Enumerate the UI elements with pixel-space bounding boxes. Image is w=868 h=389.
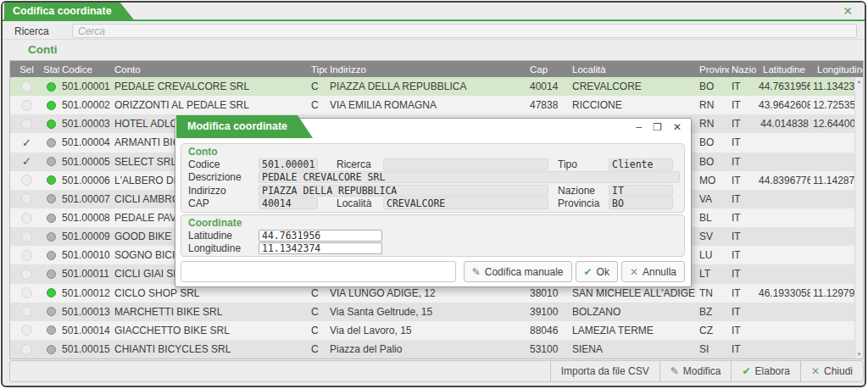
cell-provincia: MO	[697, 175, 729, 186]
search-label: Ricerca	[3, 25, 72, 37]
chiudi-button[interactable]: ✕ Chiudi	[800, 361, 863, 381]
column-header-provincia[interactable]: Provincia	[697, 64, 729, 75]
row-select-radio[interactable]	[21, 287, 32, 298]
cell-indirizzo: PIAZZA DELLA REPUBBLICA	[327, 81, 527, 92]
cell-localita: SAN MICHELE ALL'ADIGE	[570, 287, 697, 299]
column-header-stat[interactable]: Stat	[41, 64, 59, 75]
check-icon: ✔	[742, 365, 750, 377]
status-dot-gray	[47, 270, 56, 279]
row-select-radio[interactable]	[21, 213, 32, 224]
elabora-button[interactable]: ✔ Elabora	[731, 361, 799, 381]
row-select-radio[interactable]	[21, 344, 32, 355]
cell-codice: 501.00014	[59, 325, 112, 336]
section-title: Conti	[28, 43, 58, 56]
cell-nazione: IT	[729, 287, 756, 299]
codice-field: 501.00001	[259, 158, 318, 170]
dialog-close-icon[interactable]: ✕	[673, 122, 682, 132]
column-header-longitudine[interactable]: Longitudine	[810, 64, 863, 75]
row-select-radio[interactable]	[21, 100, 32, 111]
cell-provincia: RN	[697, 99, 729, 111]
column-header-indirizzo[interactable]: Indirizzo	[327, 64, 527, 75]
titlebar: Codifica coordinate ✕	[3, 3, 865, 21]
column-header-latitudine[interactable]: Latitudine	[756, 64, 810, 75]
annulla-button[interactable]: ✕ Annulla	[621, 261, 685, 282]
close-icon[interactable]: ✕	[843, 4, 853, 18]
row-select-radio[interactable]	[21, 193, 32, 204]
selected-check-icon[interactable]: ✓	[22, 137, 31, 148]
ricerca-field[interactable]	[383, 158, 548, 170]
selected-check-icon[interactable]: ✓	[22, 156, 31, 167]
cell-nazione: IT	[729, 136, 756, 148]
table-row[interactable]: 501.00014GIACCHETTO BIKE SRLCVia del Lav…	[10, 321, 856, 340]
cell-nazione: IT	[729, 175, 756, 186]
modifica-button[interactable]: ✎ Modifica	[659, 361, 732, 381]
row-select-radio[interactable]	[21, 231, 32, 242]
cell-codice: 501.00011	[59, 268, 112, 280]
cell-indirizzo: VIA LUNGO ADIGE, 12	[327, 287, 527, 299]
row-select-radio[interactable]	[21, 269, 32, 280]
row-select-radio[interactable]	[21, 119, 32, 130]
table-scrollbar[interactable]: ▲ ▼	[854, 77, 863, 358]
cell-provincia: LT	[697, 268, 729, 280]
table-row[interactable]: 501.00002ORIZZONTI AL PEDALE SRLCVIA EMI…	[10, 96, 856, 114]
column-header-cap[interactable]: Cap	[527, 64, 570, 75]
status-dot-gray	[47, 307, 56, 316]
search-input[interactable]	[72, 24, 857, 38]
cell-codice: 501.00009	[59, 231, 112, 242]
column-header-codice[interactable]: Codice	[59, 64, 112, 75]
table-row[interactable]: 501.00013MARCHETTI BIKE SRLCVia Santa Ge…	[10, 303, 856, 321]
cell-codice: 501.00012	[59, 287, 112, 299]
cap-field: 40014	[259, 197, 318, 209]
cell-latitudine: 43.9642608	[756, 99, 810, 111]
coordinate-legend: Coordinate	[188, 217, 677, 229]
cell-nazione: IT	[729, 231, 756, 242]
latitudine-input[interactable]: 44.7631956	[259, 230, 382, 242]
cell-tipo: C	[309, 306, 327, 318]
ok-button[interactable]: ✔ Ok	[576, 261, 618, 282]
status-dot-green	[47, 119, 56, 129]
cell-cap: 53100	[527, 343, 570, 355]
tipo-field: Cliente	[609, 158, 673, 170]
cell-nazione: IT	[729, 306, 756, 318]
column-header-conto[interactable]: Conto	[112, 64, 309, 75]
nazione-field: IT	[609, 185, 673, 197]
row-select-radio[interactable]	[21, 325, 32, 336]
column-header-sel[interactable]: Sel	[10, 64, 41, 75]
codifica-coordinate-window: Codifica coordinate ✕ Ricerca Conti Sel …	[1, 1, 866, 387]
cell-nazione: IT	[729, 156, 756, 168]
column-header-nazione[interactable]: Nazione	[729, 64, 756, 75]
maximize-icon[interactable]: ❒	[653, 122, 662, 132]
cell-nazione: IT	[729, 118, 756, 130]
annulla-label: Annulla	[643, 266, 676, 278]
row-select-radio[interactable]	[21, 306, 32, 317]
cell-longitudine: 11.1297927	[810, 287, 856, 299]
scroll-up-icon[interactable]: ▲	[855, 79, 863, 84]
cell-nazione: IT	[729, 193, 756, 205]
importa-csv-button[interactable]: Importa da file CSV	[550, 361, 659, 381]
nazione-label: Nazione	[558, 185, 609, 197]
chiudi-label: Chiudi	[824, 365, 853, 377]
cell-localita: CREVALCORE	[570, 81, 697, 92]
codifica-manuale-button[interactable]: ✎ Codifica manuale	[464, 261, 572, 282]
row-select-radio[interactable]	[21, 250, 32, 261]
table-row[interactable]: 501.00015CHIANTI BICYCLES SRLCPiazza del…	[10, 340, 856, 358]
column-header-tipo[interactable]: Tipo	[309, 64, 327, 75]
cell-localita: LAMEZIA TERME	[570, 325, 697, 336]
table-row[interactable]: 501.00001PEDALE CREVALCORE SRLCPIAZZA DE…	[10, 77, 856, 96]
column-header-localita[interactable]: Località	[570, 64, 697, 75]
modifica-label: Modifica	[683, 365, 721, 377]
longitudine-input[interactable]: 11.1342374	[259, 242, 382, 254]
descrizione-label: Descrizione	[188, 171, 259, 183]
cell-latitudine: 44.7631956	[756, 81, 810, 92]
cell-localita: RICCIONE	[570, 99, 697, 111]
elabora-label: Elabora	[755, 365, 790, 377]
dialog-title: Modifica coordinate	[176, 115, 313, 138]
scroll-down-icon[interactable]: ▼	[855, 352, 863, 357]
row-select-radio[interactable]	[21, 175, 32, 186]
footer-toolbar: Importa da file CSV ✎ Modifica ✔ Elabora…	[9, 360, 864, 382]
cell-conto: MARCHETTI BIKE SRL	[112, 306, 309, 318]
cell-cap: 88046	[527, 325, 570, 336]
minimize-icon[interactable]: –	[636, 122, 642, 132]
pencil-icon: ✎	[670, 365, 679, 377]
row-select-radio[interactable]	[21, 81, 32, 92]
